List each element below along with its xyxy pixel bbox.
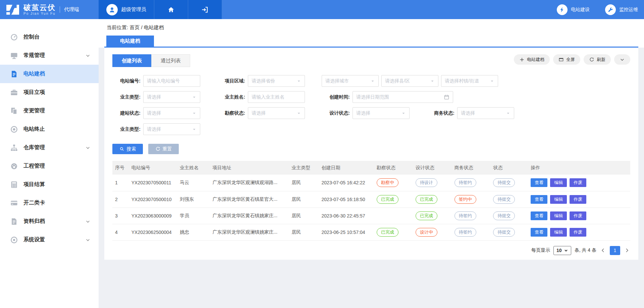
filter-field: 设计状态:请选择 <box>322 107 410 119</box>
void-button[interactable]: 作废 <box>570 195 586 204</box>
sidebar-item[interactable]: 系统设置 <box>0 231 99 249</box>
brand-name-en: Po Jian Yun Fu <box>23 12 56 15</box>
filter-select[interactable]: 请选择 <box>143 91 200 103</box>
toolbar-button-fullscreen[interactable]: 全屏 <box>553 54 580 65</box>
sidebar-item-label: 电站终止 <box>23 126 91 133</box>
status-badge: 待签约 <box>454 211 476 220</box>
toolbar-button-label: 电站建档 <box>527 57 544 63</box>
breadcrumb-home[interactable]: 首页 <box>129 24 140 30</box>
column-header: 勘察状态 <box>374 161 413 175</box>
quick-link-monitor[interactable]: 监控运维 <box>605 4 638 15</box>
edit-button[interactable]: 编辑 <box>550 178 567 187</box>
filter-input[interactable]: 请输入业主姓名 <box>248 91 305 103</box>
caret-down-icon <box>490 79 494 83</box>
sidebar-item[interactable]: 工程管理 <box>0 157 99 175</box>
sidebar-item[interactable]: 电站建档 <box>0 65 99 83</box>
next-page-button[interactable] <box>624 247 630 254</box>
edit-button[interactable]: 编辑 <box>550 211 567 220</box>
topbar: 破茧云伏 Po Jian Yun Fu 代理端 超级管理员 <box>0 0 644 19</box>
void-button[interactable]: 作废 <box>570 178 586 187</box>
main-content: 当前位置: 首页 / 电站建档 电站建档 创建列表通过列表 电站建档全屏刷新 电… <box>99 19 644 308</box>
filter-select[interactable]: 请选择 <box>353 107 410 119</box>
filter-panel: 电站编号:请输入电站编号项目区域:请选择省份请选择城市请选择县/区请选择村镇/街… <box>112 75 630 135</box>
page-number-button[interactable]: 1 <box>610 246 620 255</box>
home-button[interactable] <box>154 0 188 19</box>
caret-down-icon <box>297 79 301 83</box>
view-button[interactable]: 查看 <box>531 178 547 187</box>
placeholder-text: 请选择 <box>147 126 192 132</box>
plus-icon <box>519 57 525 62</box>
status-status-cell: 待提交 <box>490 224 528 240</box>
view-button[interactable]: 查看 <box>531 211 547 220</box>
survey-status-cell: 已完成 <box>374 191 413 207</box>
filter-select[interactable]: 请选择 <box>143 123 200 135</box>
search-button[interactable]: 搜索 <box>112 144 143 154</box>
table-header-row: 序号电站编号业主姓名项目地址业主类型创建日期勘察状态设计状态商务状态状态操作 <box>112 161 630 175</box>
filter-field: 业主类型:请选择 <box>112 91 200 103</box>
filter-date-input[interactable]: 请选择日期范围 <box>353 91 453 103</box>
filter-select[interactable]: 请选择 <box>248 107 305 119</box>
list-tab[interactable]: 创建列表 <box>112 54 151 67</box>
reset-button[interactable]: 重置 <box>148 144 179 154</box>
sidebar-item-label: 电站建档 <box>23 70 91 77</box>
filter-input[interactable]: 请输入电站编号 <box>143 75 200 87</box>
sidebar-item[interactable]: 常规管理 <box>0 46 99 65</box>
sidebar-item[interactable]: 变更管理 <box>0 102 99 120</box>
brand-area: 破茧云伏 Po Jian Yun Fu 代理端 <box>0 0 99 19</box>
toolbar-button-refresh[interactable]: 刷新 <box>584 54 611 65</box>
prev-page-button[interactable] <box>600 247 606 254</box>
breadcrumb-separator: / <box>141 24 143 30</box>
filter-select[interactable]: 请选择县/区 <box>381 75 438 87</box>
sidebar-item[interactable]: 控制台 <box>0 28 99 46</box>
pagination: 每页显示 10 条, 共 4 条 1 <box>112 246 630 255</box>
sidebar-item[interactable]: 项目结算 <box>0 175 99 194</box>
status-badge: 签约中 <box>454 195 476 204</box>
toolbar-button-plus[interactable]: 电站建档 <box>514 54 550 65</box>
status-badge: 设计中 <box>416 228 437 237</box>
credit-card-icon <box>10 199 18 207</box>
column-header: 项目地址 <box>210 161 289 175</box>
user-menu[interactable]: 超级管理员 <box>99 0 154 19</box>
quick-link-label: 监控运维 <box>619 7 638 13</box>
owner-type: 居民 <box>289 224 319 240</box>
void-button[interactable]: 作废 <box>570 228 586 237</box>
filter-select[interactable]: 请选择省份 <box>248 75 305 87</box>
business-status-cell: 签约中 <box>452 191 491 207</box>
filter-select[interactable]: 请选择城市 <box>322 75 379 87</box>
page-tab[interactable]: 电站建档 <box>106 36 154 47</box>
edit-button[interactable]: 编辑 <box>550 195 567 204</box>
wrench-icon <box>605 4 616 15</box>
user-icon <box>108 6 116 13</box>
dashboard-icon <box>10 33 18 41</box>
design-status-cell: 待设计 <box>413 175 452 191</box>
owner-type: 居民 <box>289 175 319 191</box>
edit-button[interactable]: 编辑 <box>550 228 567 237</box>
sidebar-item[interactable]: 项目立项 <box>0 83 99 102</box>
reset-icon <box>155 146 160 151</box>
filter-select[interactable]: 请选择村镇/街道 <box>441 75 498 87</box>
placeholder-text: 请选择 <box>356 110 401 116</box>
filter-select[interactable]: 请选择 <box>143 107 200 119</box>
view-button[interactable]: 查看 <box>531 228 547 237</box>
sidebar-item[interactable]: 电站终止 <box>0 120 99 138</box>
quick-link-build[interactable]: 电站建设 <box>557 4 590 15</box>
logout-button[interactable] <box>188 0 222 19</box>
list-tab[interactable]: 通过列表 <box>151 54 190 67</box>
sidebar-item-label: 项目结算 <box>23 181 91 188</box>
filter-field: 项目区域:请选择省份 <box>217 75 305 87</box>
sidebar-item[interactable]: 仓库管理 <box>0 138 99 157</box>
filter-select[interactable]: 请选择 <box>457 107 514 119</box>
sidebar-item[interactable]: 资料归档 <box>0 212 99 231</box>
avatar <box>106 4 118 15</box>
sidebar-item-label: 系统设置 <box>23 236 85 243</box>
sidebar-item[interactable]: 开二类卡 <box>0 194 99 212</box>
row-index: 4 <box>112 224 129 240</box>
void-button[interactable]: 作废 <box>570 211 586 220</box>
search-icon <box>119 146 124 151</box>
monitor-icon <box>10 52 18 60</box>
placeholder-text: 请输入电站编号 <box>147 78 197 84</box>
per-page-select[interactable]: 10 <box>553 246 571 255</box>
toolbar-button-chevron-down[interactable] <box>614 54 630 65</box>
view-button[interactable]: 查看 <box>531 195 547 204</box>
list-tabs: 创建列表通过列表 <box>112 54 190 67</box>
